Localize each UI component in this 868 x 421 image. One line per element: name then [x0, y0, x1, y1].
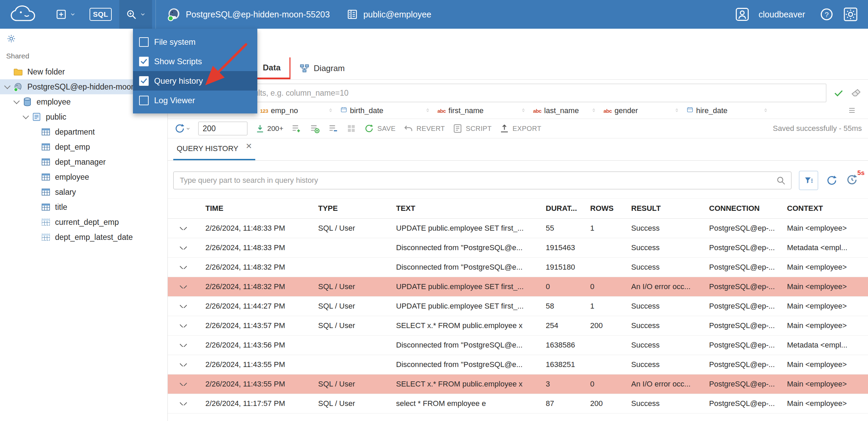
settings-gear-icon[interactable]: [843, 6, 858, 22]
expand-chevron-icon[interactable]: [179, 304, 187, 308]
tab-query-history[interactable]: QUERY HISTORY ×: [173, 138, 255, 160]
delete-row-button[interactable]: [328, 123, 339, 134]
query-history-row[interactable]: 2/26/2024, 11:48:33 PMDisconnected from …: [168, 238, 868, 258]
column-type[interactable]: TYPE: [311, 204, 389, 213]
query-history-row[interactable]: 2/26/2024, 11:44:27 PMSQL / UserUPDATE p…: [168, 297, 868, 316]
tree-item-title[interactable]: title: [0, 200, 167, 215]
checkbox-checked-icon[interactable]: [139, 57, 149, 66]
query-history-row[interactable]: 2/26/2024, 11:43:55 PMDisconnected from …: [168, 355, 868, 375]
sort-icon[interactable]: [763, 106, 769, 115]
row-limit-input[interactable]: [198, 122, 247, 135]
query-history-row[interactable]: 2/26/2024, 11:48:32 PMDisconnected from …: [168, 258, 868, 277]
connection-selector[interactable]: PostgreSQL@ep-hidden-moon-55203: [159, 0, 338, 29]
expand-chevron-icon[interactable]: [179, 363, 187, 366]
column-duration[interactable]: DURAT...: [539, 204, 583, 213]
query-history-row[interactable]: 2/26/2024, 11:17:57 PMSQL / Userselect *…: [168, 394, 868, 413]
fetch-more-button[interactable]: 200+: [255, 123, 283, 134]
cloudbeaver-logo[interactable]: [8, 5, 40, 24]
expand-chevron-icon[interactable]: [179, 324, 187, 327]
grid-column-hire_date[interactable]: hire_date: [687, 106, 769, 115]
grid-column-last_name[interactable]: abclast_name: [533, 106, 597, 115]
grid-column-birth_date[interactable]: birth_date: [340, 106, 431, 115]
cell-context: Main <employee>: [780, 321, 868, 330]
grid-column-gender[interactable]: abcgender: [603, 106, 680, 115]
tree-item-dept-emp[interactable]: dept_emp: [0, 139, 167, 154]
apply-filter-check-icon[interactable]: [833, 87, 844, 98]
tree-item-dept-emp-latest-date[interactable]: dept_emp_latest_date: [0, 230, 167, 245]
expand-chevron-icon[interactable]: [179, 402, 187, 405]
tree-item-dept-manager[interactable]: dept_manager: [0, 154, 167, 169]
menu-item-show-scripts[interactable]: Show Scripts: [133, 52, 257, 71]
tab-data[interactable]: Data: [254, 57, 290, 79]
query-history-search-input[interactable]: [173, 172, 791, 189]
tree-item-current-dept-emp[interactable]: current_dept_emp: [0, 215, 167, 230]
grid-column-first_name[interactable]: abcfirst_name: [437, 106, 526, 115]
refresh-results-button[interactable]: [174, 123, 191, 134]
expand-chevron-icon[interactable]: [179, 266, 187, 269]
new-connection-button[interactable]: [49, 0, 82, 29]
tab-diagram[interactable]: Diagram: [290, 57, 354, 79]
checkbox-checked-icon[interactable]: [139, 76, 149, 86]
column-context[interactable]: CONTEXT: [780, 204, 868, 213]
grid-view-config-button[interactable]: [346, 123, 356, 134]
revert-button[interactable]: REVERT: [403, 123, 445, 134]
result-filter-input[interactable]: [171, 84, 826, 102]
expand-chevron-icon[interactable]: [179, 285, 187, 288]
clear-filter-eraser-icon[interactable]: [851, 87, 862, 98]
query-history-row[interactable]: 2/26/2024, 11:48:33 PMSQL / UserUPDATE p…: [168, 219, 868, 238]
sort-icon[interactable]: [591, 106, 597, 115]
column-rows[interactable]: ROWS: [583, 204, 624, 213]
tree-item-label: title: [55, 203, 67, 212]
checkbox-unchecked-icon[interactable]: [139, 37, 149, 47]
tree-item-employee[interactable]: employee: [0, 169, 167, 185]
user-icon[interactable]: [735, 7, 750, 22]
cell-type: SQL / User: [311, 380, 389, 389]
sort-icon[interactable]: [520, 106, 526, 115]
export-button[interactable]: EXPORT: [499, 123, 541, 134]
query-history-row[interactable]: 2/26/2024, 11:43:57 PMSQL / UserSELECT x…: [168, 316, 868, 336]
column-time[interactable]: TIME: [199, 204, 311, 213]
chevron-down-icon[interactable]: [23, 113, 29, 119]
save-button[interactable]: SAVE: [364, 123, 395, 134]
tools-menu-button[interactable]: [119, 0, 152, 29]
sidebar-settings-gear-icon[interactable]: [6, 33, 16, 44]
expand-chevron-icon[interactable]: [179, 382, 187, 386]
tree-item-label: dept_emp_latest_date: [55, 233, 133, 242]
query-history-row[interactable]: 2/26/2024, 11:43:55 PMSQL / UserSELECT x…: [168, 375, 868, 394]
sort-icon[interactable]: [674, 106, 680, 115]
username-label[interactable]: cloudbeaver: [759, 10, 805, 19]
grid-columns-config-icon[interactable]: [848, 106, 856, 114]
chevron-down-icon[interactable]: [4, 83, 10, 89]
tree-item-salary[interactable]: salary: [0, 185, 167, 200]
menu-item-log-viewer[interactable]: Log Viewer: [133, 91, 257, 110]
duplicate-row-button[interactable]: [309, 123, 320, 134]
chevron-down-icon[interactable]: [13, 98, 19, 104]
sort-icon[interactable]: [425, 106, 431, 115]
history-filter-button[interactable]: [799, 171, 818, 190]
grid-column-emp_no[interactable]: 123emp_no: [260, 106, 334, 115]
connection-label: PostgreSQL@ep-hidden-moon-55203: [186, 10, 330, 19]
auto-refresh-button[interactable]: 5s: [845, 173, 858, 188]
cell-result: Success: [624, 224, 702, 233]
column-connection[interactable]: CONNECTION: [702, 204, 780, 213]
sort-icon[interactable]: [328, 106, 334, 115]
column-text[interactable]: TEXT: [389, 204, 539, 213]
menu-item-file-system[interactable]: File system: [133, 32, 257, 52]
schema-selector[interactable]: public@employee: [338, 0, 439, 29]
expand-chevron-icon[interactable]: [179, 343, 187, 347]
help-icon[interactable]: ?: [819, 7, 834, 22]
query-history-row[interactable]: 2/26/2024, 11:43:56 PMDisconnected from …: [168, 336, 868, 355]
tree-item-department[interactable]: department: [0, 124, 167, 139]
checkbox-unchecked-icon[interactable]: [139, 96, 149, 105]
expand-chevron-icon[interactable]: [179, 227, 187, 230]
menu-item-query-history[interactable]: Query history: [133, 71, 257, 91]
expand-chevron-icon[interactable]: [179, 246, 187, 249]
grid-column-label: first_name: [448, 106, 484, 115]
history-refresh-button[interactable]: [826, 174, 838, 187]
sql-editor-button[interactable]: SQL: [83, 0, 118, 29]
add-row-button[interactable]: [291, 123, 302, 134]
script-button[interactable]: SCRIPT: [452, 123, 492, 134]
column-result[interactable]: RESULT: [624, 204, 702, 213]
query-history-row[interactable]: 2/26/2024, 11:48:32 PMSQL / UserUPDATE p…: [168, 277, 868, 297]
close-icon[interactable]: ×: [246, 140, 252, 152]
